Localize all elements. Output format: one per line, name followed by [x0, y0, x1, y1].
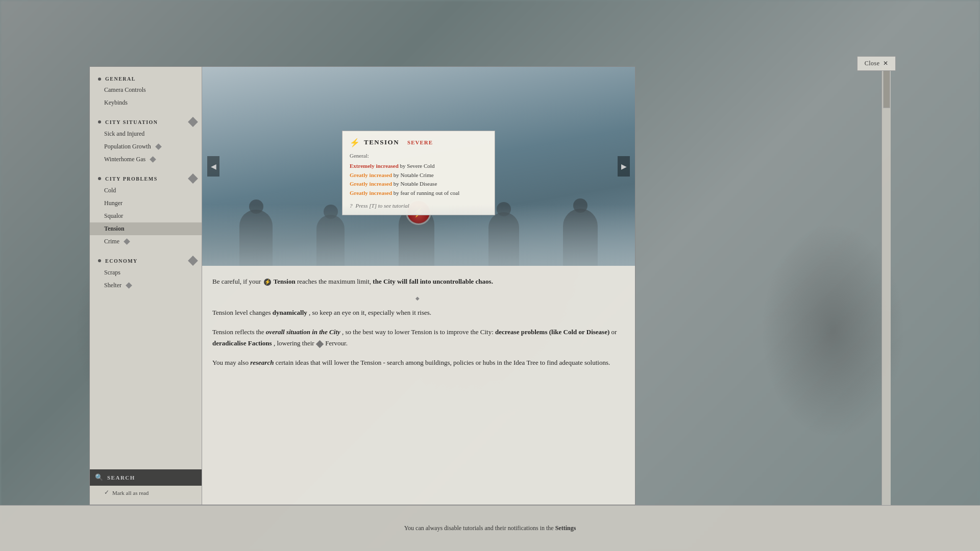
para2-bold: dynamically	[273, 309, 307, 316]
tension-line-2: Greatly increased by Notable Crime	[350, 171, 487, 180]
tension-line-4: Greatly increased by fear of running out…	[350, 189, 487, 198]
sidebar-item-shelter-label: Shelter	[104, 282, 121, 289]
item-diamond-icon	[126, 282, 132, 289]
tension-line-1: Extremely increased by Severe Cold	[350, 162, 487, 171]
bottom-bar: You can always disable tutorials and the…	[0, 505, 980, 551]
tension-level-1: Extremely increased	[350, 163, 399, 169]
dot-icon	[98, 177, 101, 180]
sidebar-item-hunger[interactable]: Hunger	[90, 197, 202, 210]
sidebar-item-shelter[interactable]: Shelter	[90, 279, 202, 292]
section-diamond-icon	[188, 256, 198, 266]
sidebar-item-sick-and-injured[interactable]: Sick and Injured	[90, 128, 202, 140]
para3-middle: , so the best way to lower Tension is to…	[342, 328, 495, 336]
para3-suffix: , lowering their	[274, 339, 316, 347]
para1-middle: reaches the maximum limit,	[297, 278, 373, 285]
sidebar-section-general: GENERAL Camera Controls Keybinds	[90, 73, 202, 109]
content-para-1: Be careful, if your ⚡ Tension reaches th…	[212, 276, 623, 287]
para3-bold2: decrease problems (like Cold or Disease)	[495, 328, 609, 336]
scrollbar-track[interactable]	[881, 66, 891, 505]
bottom-bar-text: You can always disable tutorials and the…	[404, 524, 576, 532]
para3-bold1: overall situation in the City	[266, 328, 340, 336]
settings-link[interactable]: Settings	[555, 524, 576, 532]
para1-bold: the City will fall into uncontrollable c…	[373, 278, 493, 285]
scene-image: ⚡ ◀ ▶ ⚡ TENSION SEVERE General: Extremel…	[202, 67, 635, 266]
sidebar-section-economy-header: ECONOMY	[90, 254, 202, 266]
search-icon: 🔍	[95, 473, 103, 482]
para2-prefix: Tension level changes	[212, 309, 273, 316]
tension-by-2: by Notable Crime	[394, 172, 434, 178]
tension-by-3: by Notable Disease	[394, 181, 437, 187]
para4-suffix: certain ideas that will lower the Tensio…	[276, 359, 610, 366]
sidebar-section-city-problems-label: CITY PROBLEMS	[105, 176, 158, 182]
para3-or: or	[611, 328, 617, 336]
para4-prefix: You may also	[212, 359, 250, 366]
dot-icon	[98, 259, 101, 262]
sidebar-section-economy-label: ECONOMY	[105, 258, 138, 264]
scrollbar-thumb[interactable]	[883, 67, 890, 108]
section-diamond-icon	[188, 117, 198, 127]
content-para-4: You may also research certain ideas that…	[212, 357, 623, 368]
bottom-prefix: You can always disable tutorials and the…	[404, 524, 554, 532]
content-para-3: Tension reflects the overall situation i…	[212, 327, 623, 349]
sidebar-search-bar[interactable]: 🔍 SEARCH	[90, 469, 202, 486]
tension-inline-icon: ⚡	[264, 279, 271, 286]
sidebar-item-winterhome-gas[interactable]: Winterhome Gas	[90, 153, 202, 166]
sidebar-item-squalor-label: Squalor	[104, 212, 123, 220]
sidebar-item-keybinds[interactable]: Keybinds	[90, 96, 202, 109]
check-icon: ✓	[104, 489, 109, 496]
sidebar-item-keybinds-label: Keybinds	[104, 99, 128, 107]
sidebar-section-general-label: GENERAL	[105, 76, 136, 82]
dot-icon	[98, 120, 101, 123]
close-button[interactable]: Close ✕	[857, 56, 896, 71]
scene-fog	[202, 205, 635, 266]
sidebar-item-scraps-label: Scraps	[104, 269, 120, 277]
tension-level-4: Greatly increased	[350, 190, 392, 196]
close-label: Close	[865, 60, 880, 67]
sidebar: GENERAL Camera Controls Keybinds CITY SI…	[90, 67, 202, 505]
sidebar-item-hunger-label: Hunger	[104, 199, 122, 207]
dot-icon	[98, 78, 101, 81]
sidebar-item-sick-label: Sick and Injured	[104, 130, 144, 138]
tension-inline-label: Tension	[274, 278, 297, 285]
fervour-icon	[316, 340, 324, 348]
divider-diamond	[212, 295, 623, 301]
content-text: Be careful, if your ⚡ Tension reaches th…	[202, 266, 635, 505]
tension-general-label: General:	[350, 153, 487, 159]
content-para-2: Tension level changes dynamically , so k…	[212, 307, 623, 318]
tension-line-3: Greatly increased by Notable Disease	[350, 180, 487, 189]
scene-nav-right[interactable]: ▶	[618, 156, 630, 177]
para1-prefix: Be careful, if your	[212, 278, 263, 285]
tension-level-3: Greatly increased	[350, 181, 392, 187]
sidebar-item-cold-label: Cold	[104, 187, 116, 194]
para4-research: research	[250, 359, 274, 366]
sidebar-section-general-header: GENERAL	[90, 73, 202, 84]
tension-bolt-icon: ⚡	[350, 137, 360, 147]
sidebar-item-scraps[interactable]: Scraps	[90, 266, 202, 279]
tension-tooltip: ⚡ TENSION SEVERE General: Extremely incr…	[342, 131, 495, 215]
sidebar-section-city-situation-header: CITY SITUATION	[90, 115, 202, 128]
content-area: ⚡ ◀ ▶ ⚡ TENSION SEVERE General: Extremel…	[202, 67, 635, 505]
tension-severity-badge: SEVERE	[407, 139, 433, 145]
sidebar-item-population-growth[interactable]: Population Growth	[90, 140, 202, 153]
sidebar-section-city-situation-label: CITY SITUATION	[105, 119, 158, 125]
item-diamond-icon	[124, 238, 130, 245]
sidebar-item-tension[interactable]: Tension	[90, 222, 202, 235]
scene-nav-left[interactable]: ◀	[207, 156, 219, 177]
sidebar-item-camera-controls-label: Camera Controls	[104, 86, 146, 94]
sidebar-item-crime[interactable]: Crime	[90, 235, 202, 248]
close-icon: ✕	[883, 60, 889, 67]
modal-container: GENERAL Camera Controls Keybinds CITY SI…	[89, 66, 635, 505]
sidebar-item-squalor[interactable]: Squalor	[90, 210, 202, 222]
para3-prefix: Tension reflects the	[212, 328, 266, 336]
sidebar-section-city-problems: CITY PROBLEMS Cold Hunger Squalor Tensio…	[90, 172, 202, 248]
mark-all-read-button[interactable]: ✓ Mark all as read	[90, 486, 202, 499]
sidebar-item-cold[interactable]: Cold	[90, 184, 202, 197]
sidebar-section-economy: ECONOMY Scraps Shelter	[90, 254, 202, 292]
sidebar-item-winter-label: Winterhome Gas	[104, 156, 145, 163]
sidebar-item-camera-controls[interactable]: Camera Controls	[90, 84, 202, 96]
tension-by-1: by Severe Cold	[400, 163, 435, 169]
sidebar-section-city-situation: CITY SITUATION Sick and Injured Populati…	[90, 115, 202, 166]
sidebar-item-crime-label: Crime	[104, 238, 119, 245]
para3-fervour: Fervour.	[325, 339, 348, 347]
section-diamond-icon	[188, 173, 198, 184]
